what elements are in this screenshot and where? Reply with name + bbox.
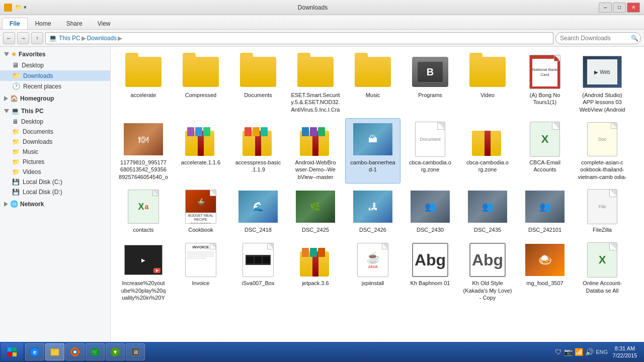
list-item[interactable]: iSva007_Box xyxy=(230,239,286,304)
excel-icon: X xyxy=(587,242,617,278)
taskbar-explorer[interactable] xyxy=(45,343,64,360)
list-item[interactable]: File FileZilla xyxy=(575,186,630,237)
tab-file[interactable]: File xyxy=(2,18,28,29)
folder-icon xyxy=(469,57,506,87)
recent-icon: 🕐 xyxy=(12,82,20,90)
file-name: Music xyxy=(366,92,380,99)
sidebar-pc-music[interactable]: 📁 Music xyxy=(0,147,110,157)
taskbar-store[interactable]: 🛒 xyxy=(86,343,105,360)
tab-home[interactable]: Home xyxy=(28,18,59,29)
list-item[interactable]: ESET.Smart.Security.5.&.ESET.NOD32.AntiV… xyxy=(288,51,343,116)
ribbon-tabs: File Home Share View xyxy=(0,15,644,29)
folder-icon xyxy=(125,57,162,87)
tray-cam[interactable]: 📷 xyxy=(564,348,573,356)
sidebar-pc-ddrive[interactable]: 💾 Local Disk (D:) xyxy=(0,187,110,197)
tray-net[interactable]: 📶 xyxy=(575,348,583,356)
sidebar-pc-documents[interactable]: 📁 Documents xyxy=(0,127,110,137)
search-button[interactable]: 🔍 xyxy=(631,35,638,42)
list-item[interactable]: 🏔 cambo-bannerhea d-1 xyxy=(345,118,400,184)
photo-thumbnail: 👥 xyxy=(468,191,507,223)
excel-x-mark: X xyxy=(541,133,549,146)
breadcrumb-thispc[interactable]: This PC xyxy=(59,35,80,42)
file-name: CBCA-Email Accounts xyxy=(520,159,570,173)
list-item[interactable]: X Online Account-Databa se All xyxy=(575,239,630,304)
taskbar-extra[interactable]: 🖥 xyxy=(126,343,145,360)
list-item[interactable]: National BankCard (A) Bong No Tours1(1) xyxy=(517,51,573,116)
list-item[interactable]: 🌿 DSC_2425 xyxy=(288,186,343,237)
list-item[interactable]: 🌊 DSC_2418 xyxy=(230,186,286,237)
list-item[interactable]: Document cbca-cambodia.o rg.zone xyxy=(403,118,458,184)
list-item[interactable]: B Programs xyxy=(403,51,458,116)
close-button[interactable]: ✕ xyxy=(627,3,640,13)
list-item[interactable]: Video xyxy=(460,51,515,116)
forward-button[interactable]: → xyxy=(17,32,29,44)
network-header[interactable]: 🌐 Network xyxy=(0,198,110,210)
file-thumbnail: INVOICE xyxy=(181,242,221,278)
list-item[interactable]: 👥 DSC_2435 xyxy=(460,186,515,237)
file-thumbnail: 🌊 xyxy=(238,189,278,224)
start-button[interactable] xyxy=(1,343,23,361)
search-input[interactable] xyxy=(555,32,641,44)
window-title: Downloads xyxy=(27,4,599,11)
list-item[interactable]: cbca-cambodia.o rg.zone xyxy=(460,118,515,184)
file-thumbnail: 🏞 xyxy=(353,189,393,224)
sidebar-pc-downloads[interactable]: 📁 Downloads xyxy=(0,137,110,147)
sidebar-pc-pictures-label: Pictures xyxy=(23,158,44,165)
list-item[interactable]: Compressed xyxy=(173,51,228,116)
tab-view[interactable]: View xyxy=(90,18,118,29)
list-item[interactable]: accesspress-basic .1.1.9 xyxy=(230,118,286,184)
homegroup-header[interactable]: 🏠 Homegroup xyxy=(0,93,110,104)
list-item[interactable]: ☕ JAVA jxpiinstall xyxy=(345,239,400,304)
favorites-section: ★ Favorites 🖥 Desktop 📁 Downloads 🕐 Rece… xyxy=(0,49,110,92)
list-item[interactable]: accelerate.1.1.6 xyxy=(173,118,228,184)
sidebar-item-recent[interactable]: 🕐 Recent places xyxy=(0,81,110,92)
pc-cdrive-icon: 💾 xyxy=(12,178,20,186)
list-item[interactable]: 👥 DSC_242101 xyxy=(517,186,573,237)
favorites-header[interactable]: ★ Favorites xyxy=(0,49,110,60)
taskbar-ie[interactable]: e xyxy=(25,343,44,360)
list-item[interactable]: Doc complete-asian-c ookbook-thailand-vi… xyxy=(575,118,630,184)
taskbar-firefox[interactable] xyxy=(65,343,85,360)
list-item[interactable]: 👥 DSC_2430 xyxy=(403,186,458,237)
file-thumbnail: 👥 xyxy=(410,189,450,224)
list-item[interactable]: accelerate xyxy=(116,51,171,116)
thispc-header[interactable]: 💻 This PC xyxy=(0,105,110,117)
folder-icon xyxy=(355,57,391,87)
sidebar: ★ Favorites 🖥 Desktop 📁 Downloads 🕐 Rece… xyxy=(0,47,111,350)
list-item[interactable]: ▶ Web (Android Studio) APP lessons 03 We… xyxy=(575,51,630,116)
minimize-button[interactable]: – xyxy=(599,3,612,13)
breadcrumb-downloads[interactable]: Downloads xyxy=(87,35,117,42)
tray-volume[interactable]: 🔊 xyxy=(585,348,594,356)
list-item[interactable]: Android-WebBro wser-Demo--We bView--mast… xyxy=(288,118,343,184)
list-item[interactable]: Documents xyxy=(230,51,286,116)
list-item[interactable]: X a contacts xyxy=(116,186,171,237)
list-item[interactable]: ▶ ▶ Increase%20yout ube%20play%20q ualit… xyxy=(116,239,171,304)
tab-share[interactable]: Share xyxy=(59,18,90,29)
up-button[interactable]: ↑ xyxy=(31,32,43,44)
tray-antivirus[interactable]: 🛡 xyxy=(555,348,562,356)
list-item[interactable]: Music xyxy=(345,51,400,116)
address-path[interactable]: 💻 This PC ▶ Downloads ▶ xyxy=(45,32,553,44)
list-item[interactable]: 🍲 BUDGET MEALRECIPECOOKBOOK Cookbook xyxy=(173,186,228,237)
sidebar-pc-pictures[interactable]: 📁 Pictures xyxy=(0,157,110,167)
maximize-button[interactable]: □ xyxy=(613,3,626,13)
list-item[interactable]: 🏞 DSC_2426 xyxy=(345,186,400,237)
sidebar-item-downloads[interactable]: 📁 Downloads xyxy=(0,70,110,81)
list-item[interactable]: 🍽 11779810_995177 680513542_59356 892576… xyxy=(116,118,171,184)
taskbar-torrent[interactable]: ▼ xyxy=(106,343,125,360)
sidebar-pc-videos[interactable]: 📁 Videos xyxy=(0,167,110,177)
list-item[interactable]: 🍛 mg_food_3507 xyxy=(517,239,573,304)
list-item[interactable]: X CBCA-Email Accounts xyxy=(517,118,573,184)
back-button[interactable]: ← xyxy=(3,32,15,44)
favorites-label: Favorites xyxy=(19,51,45,58)
sidebar-item-desktop[interactable]: 🖥 Desktop xyxy=(0,60,110,70)
list-item[interactable]: jetpack.3.6 xyxy=(288,239,343,304)
list-item[interactable]: INVOICE Invoice xyxy=(173,239,228,304)
list-item[interactable]: Abg Kh Baphnom 01 xyxy=(403,239,458,304)
file-name: Kh Old Style (Kakada's My Love) - Copy xyxy=(462,280,513,301)
window-controls: – □ ✕ xyxy=(599,3,640,13)
sidebar-pc-cdrive[interactable]: 💾 Local Disk (C:) xyxy=(0,177,110,187)
sidebar-pc-desktop[interactable]: 🖥 Desktop xyxy=(0,117,110,127)
list-item[interactable]: Abg Kh Old Style (Kakada's My Love) - Co… xyxy=(460,239,515,304)
breadcrumb-sep2: ▶ xyxy=(118,35,122,42)
